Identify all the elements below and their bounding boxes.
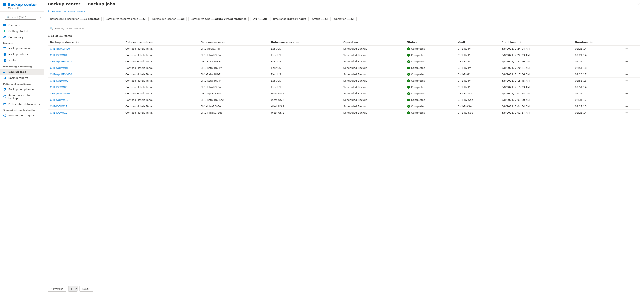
cell-backup-instance[interactable]: CH1-DCVM00 [48, 84, 124, 90]
sidebar-item-backup-policies[interactable]: Backup policies [0, 51, 44, 57]
cell-start-time: 3/8/2021, 7:22:23 AM [500, 52, 573, 58]
sort-icon: ↑↓ [76, 41, 79, 43]
collapse-sidebar-button[interactable]: « [40, 16, 41, 19]
cell-duration: 02:51:18 [573, 65, 623, 71]
sidebar-item-support-request[interactable]: ? New support request [0, 112, 44, 118]
sidebar-item-backup-jobs[interactable]: Backup jobs [0, 69, 44, 75]
table-row[interactable]: CH1-DCVM00 Contoso Hotels Tena... CH1-In… [48, 84, 640, 90]
cell-datasource-subs: Contoso Hotels Tena... [124, 78, 198, 84]
cell-backup-instance[interactable]: CH1-DCVM01 [48, 52, 124, 58]
sidebar-item-backup-instances[interactable]: Backup instances [0, 45, 44, 51]
row-more-options-button[interactable]: ··· [625, 86, 628, 89]
sidebar-item-overview[interactable]: Overview [0, 22, 44, 28]
cell-backup-instance[interactable]: CH1-AppBEVM01 [48, 58, 124, 65]
search-icon: 🔍 [6, 16, 10, 19]
cell-datasource-reso: CH1-RetailRG-Pri [198, 58, 269, 65]
select-columns-button[interactable]: → Select columns [64, 10, 86, 13]
row-more-options-button[interactable]: ··· [625, 60, 628, 63]
cell-backup-instance[interactable]: CH1-SQLVM00 [48, 78, 124, 84]
table-row[interactable]: CH1-SQLVM01 Contoso Hotels Tena... CH1-R… [48, 65, 640, 71]
cell-start-time: 3/8/2021, 7:04:54 AM [500, 103, 573, 110]
row-more-options-button[interactable]: ··· [625, 54, 628, 57]
filter-operation[interactable]: Operation == All [332, 17, 357, 21]
status-label: Completed [411, 73, 425, 76]
sidebar-item-protectable-datasources[interactable]: Protectable datasources [0, 101, 44, 107]
table-row[interactable]: CH1-DCVM11 Contoso Hotels Tena... CH1-In… [48, 103, 640, 110]
table-row[interactable]: CH1-SQLVM12 Contoso Hotels Tena... CH1-R… [48, 97, 640, 103]
table-row[interactable]: CH1-SQLVM00 Contoso Hotels Tena... CH1-R… [48, 78, 640, 84]
more-options-button[interactable]: ··· [116, 2, 120, 6]
cell-more-options[interactable]: ··· [623, 90, 640, 97]
cell-backup-instance[interactable]: CH1-JBOXVM10 [48, 90, 124, 97]
cell-backup-instance[interactable]: CH1-DCVM11 [48, 103, 124, 110]
search-input[interactable] [11, 16, 34, 19]
col-duration[interactable]: Duration ↑↓ [573, 39, 623, 45]
cell-backup-instance[interactable]: CH1-AppBEVM00 [48, 71, 124, 78]
cell-more-options[interactable]: ··· [623, 52, 640, 58]
row-more-options-button[interactable]: ··· [625, 92, 628, 95]
sidebar-item-backup-compliance[interactable]: Backup compliance [0, 86, 44, 92]
svg-rect-22 [4, 78, 4, 79]
svg-rect-15 [6, 54, 6, 55]
cell-more-options[interactable]: ··· [623, 58, 640, 65]
sidebar-item-label: New support request [8, 114, 36, 117]
col-start-time[interactable]: Start time ↑↓ [500, 39, 573, 45]
search-box[interactable]: 🔍 [5, 15, 36, 20]
cell-backup-instance[interactable]: CH1-SQLVM12 [48, 97, 124, 103]
table-row[interactable]: CH1-JBOXVM00 Contoso Hotels Tena... CH1-… [48, 45, 640, 52]
cell-more-options[interactable]: ··· [623, 110, 640, 116]
hamburger-icon[interactable] [3, 4, 6, 6]
filter-vault[interactable]: Vault == All [250, 17, 269, 21]
filter-time-range[interactable]: Time range : Last 24 hours [270, 17, 308, 21]
table-row[interactable]: CH1-DCVM10 Contoso Hotels Tena... CH1-In… [48, 110, 640, 116]
filter-datasource-resource-group[interactable]: Datasource resource group == All [103, 17, 148, 21]
row-more-options-button[interactable]: ··· [625, 111, 628, 114]
table-row[interactable]: CH1-AppBEVM00 Contoso Hotels Tena... CH1… [48, 71, 640, 78]
sidebar-item-vaults[interactable]: Vaults [0, 57, 44, 63]
cell-more-options[interactable]: ··· [623, 45, 640, 52]
table-row[interactable]: CH1-JBOXVM10 Contoso Hotels Tena... CH1-… [48, 90, 640, 97]
row-more-options-button[interactable]: ··· [625, 47, 628, 50]
azure-policy-icon [3, 95, 6, 98]
refresh-button[interactable]: ↻ Refresh [48, 10, 61, 13]
sidebar-item-azure-policies[interactable]: Azure policies for backup [0, 92, 44, 101]
row-more-options-button[interactable]: ··· [625, 98, 628, 101]
cell-backup-instance[interactable]: CH1-SQLVM01 [48, 65, 124, 71]
sidebar-item-backup-reports[interactable]: Backup reports [0, 75, 44, 81]
cell-more-options[interactable]: ··· [623, 103, 640, 110]
table-row[interactable]: CH1-AppBEVM01 Contoso Hotels Tena... CH1… [48, 58, 640, 65]
sidebar-item-getting-started[interactable]: Getting started [0, 28, 44, 34]
row-more-options-button[interactable]: ··· [625, 66, 628, 69]
filter-backup-instance-input[interactable] [55, 27, 122, 30]
filter-datasource-subscription[interactable]: Datasource subscription == 12 selected [48, 17, 102, 21]
cell-more-options[interactable]: ··· [623, 84, 640, 90]
row-more-options-button[interactable]: ··· [625, 105, 628, 108]
row-more-options-button[interactable]: ··· [625, 79, 628, 82]
filter-search-container[interactable]: 🔍 [48, 26, 124, 31]
filter-datasource-location[interactable]: Datasource location == All [150, 17, 187, 21]
row-more-options-button[interactable]: ··· [625, 73, 628, 76]
svg-rect-13 [4, 54, 5, 54]
page-select[interactable]: 1 [68, 286, 78, 291]
cell-backup-instance[interactable]: CH1-DCVM10 [48, 110, 124, 116]
filter-status[interactable]: Status == All [310, 17, 330, 21]
cell-operation: Scheduled Backup [342, 84, 405, 90]
cell-start-time: 3/8/2021, 7:15:23 AM [500, 84, 573, 90]
cell-status: Completed [405, 71, 456, 78]
cell-datasource-subs: Contoso Hotels Tena... [124, 97, 198, 103]
close-button[interactable]: ✕ [637, 2, 640, 6]
previous-button[interactable]: < Previous [48, 286, 66, 291]
cell-more-options[interactable]: ··· [623, 78, 640, 84]
sidebar-item-label: Community [8, 36, 23, 39]
filter-datasource-type[interactable]: Datasource type == Azure Virtual machine… [188, 17, 248, 21]
next-button[interactable]: Next > [80, 286, 93, 291]
cell-backup-instance[interactable]: CH1-JBOXVM00 [48, 45, 124, 52]
col-backup-instance[interactable]: Backup instance ↑↓ [48, 39, 124, 45]
cell-more-options[interactable]: ··· [623, 71, 640, 78]
refresh-icon: ↻ [48, 10, 50, 13]
sidebar-item-community[interactable]: Community [0, 34, 44, 40]
status-completed-icon [407, 92, 410, 95]
cell-more-options[interactable]: ··· [623, 97, 640, 103]
cell-more-options[interactable]: ··· [623, 65, 640, 71]
table-row[interactable]: CH1-DCVM01 Contoso Hotels Tena... CH1-In… [48, 52, 640, 58]
